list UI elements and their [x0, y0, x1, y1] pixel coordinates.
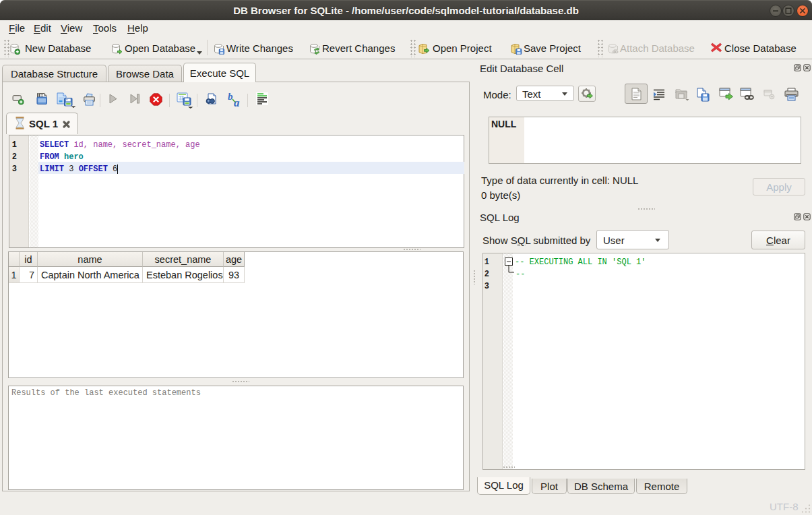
svg-text:a: a [234, 96, 240, 107]
svg-text:b: b [228, 91, 233, 102]
